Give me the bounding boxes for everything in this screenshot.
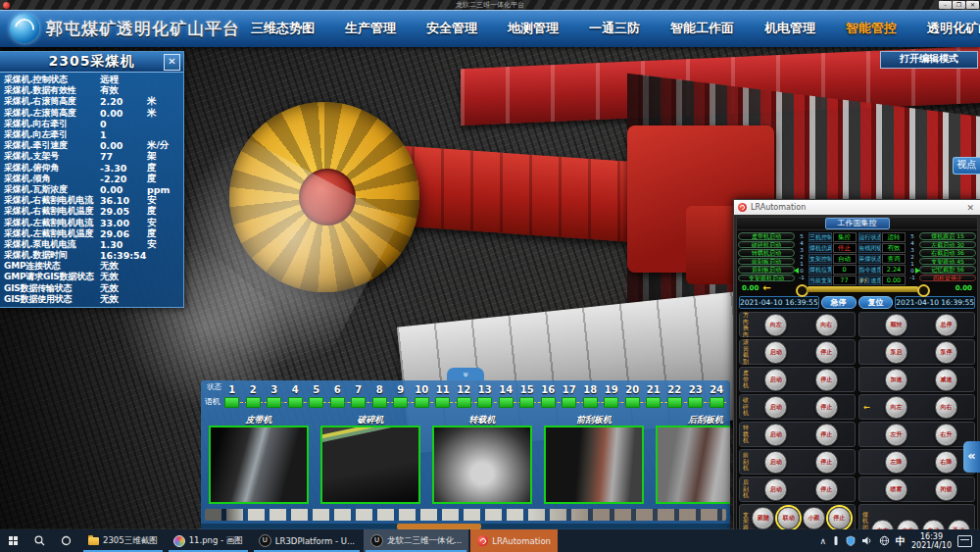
tab-workface-control[interactable]: 工作面集控 — [825, 218, 890, 229]
control-button[interactable]: 减速 — [935, 369, 957, 391]
lr-start-button[interactable]: 前刮板启动 — [738, 258, 795, 266]
shield-icon[interactable] — [846, 535, 856, 546]
nav-menu-item[interactable]: 生产管理 — [341, 17, 400, 40]
lr-action-button[interactable]: 四机皆停止 — [919, 275, 976, 282]
lr-action-button[interactable]: 记忆截割 56 — [919, 266, 976, 274]
control-button[interactable]: 左降 — [885, 451, 907, 474]
support-status-cell[interactable]: 4 — [285, 383, 307, 411]
control-button[interactable]: 泵启 — [885, 341, 907, 364]
lr-start-button[interactable]: 皮带机启动 — [738, 232, 795, 240]
lr-start-button[interactable]: 后刮板启动 — [738, 266, 795, 274]
close-button[interactable]: ✕ — [966, 1, 979, 9]
camera-thumbnail[interactable] — [432, 426, 532, 504]
speaker-icon[interactable] — [861, 535, 873, 546]
control-button[interactable]: 启动 — [764, 478, 787, 501]
control-button[interactable]: 喷雾 — [885, 478, 907, 501]
control-button[interactable]: 停止 — [815, 396, 838, 419]
control-button[interactable]: 跟随 — [752, 507, 774, 529]
collapse-right-panel-button[interactable]: « — [963, 441, 980, 473]
control-button[interactable]: 向左 — [885, 396, 907, 419]
control-button[interactable]: 停止 — [815, 478, 838, 501]
lr-action-button[interactable]: 支架跟动 45 — [919, 258, 976, 266]
open-edit-mode-button[interactable]: 打开编辑模式 — [880, 51, 978, 69]
support-status-cell[interactable]: 25 — [727, 383, 730, 411]
taskbar-item-screenshot-folder[interactable]: 2305三维截图 — [81, 529, 165, 552]
support-status-cell[interactable]: 24 — [707, 383, 728, 411]
support-status-cell[interactable]: 9 — [390, 383, 412, 411]
clock[interactable]: 16:39 2021/4/10 — [911, 532, 952, 550]
support-status-cell[interactable]: 19 — [601, 383, 622, 411]
control-button[interactable]: 泵停 — [935, 341, 957, 364]
reset-button[interactable]: 复位 — [858, 296, 894, 309]
support-status-cell[interactable]: 20 — [622, 383, 644, 411]
support-status-cell[interactable]: 6 — [327, 383, 349, 411]
support-status-cell[interactable]: 18 — [580, 383, 602, 411]
nav-menu-item[interactable]: 智能工作面 — [666, 17, 738, 40]
hidden-icons-button[interactable]: ∧ — [819, 536, 826, 546]
control-button[interactable]: 启动 — [764, 451, 787, 474]
nav-menu-item[interactable]: 安全管理 — [422, 17, 481, 40]
control-button[interactable]: 右降 — [935, 451, 957, 474]
nav-menu-item[interactable]: 智能管控 — [842, 17, 901, 40]
support-status-cell[interactable]: 16 — [538, 383, 560, 411]
control-button[interactable]: 停止 — [815, 369, 838, 391]
support-status-cell[interactable]: 1 — [221, 383, 243, 411]
control-button[interactable]: 启动 — [764, 396, 787, 419]
control-button[interactable]: 左升 — [885, 424, 907, 446]
lr-start-button[interactable]: 支架跟机启动 — [738, 275, 795, 282]
support-status-cell[interactable]: 21 — [643, 383, 664, 411]
support-status-cell[interactable]: 17 — [559, 383, 580, 411]
control-button[interactable]: 小跟 — [803, 507, 825, 529]
support-status-cell[interactable]: 7 — [348, 383, 369, 411]
control-button[interactable]: 停止 — [815, 341, 838, 364]
window-titlebar[interactable]: 龙软二三维一体化平台 – ❐ ✕ — [0, 0, 980, 10]
control-button[interactable]: 顺转 — [885, 314, 907, 336]
nav-menu-item[interactable]: 三维态势图 — [247, 17, 318, 40]
search-button[interactable] — [26, 529, 53, 552]
maximize-button[interactable]: ❐ — [953, 1, 965, 9]
control-button[interactable]: 总停 — [935, 314, 957, 336]
nav-menu-item[interactable]: 地测管理 — [504, 17, 563, 40]
support-status-cell[interactable]: 10 — [412, 383, 433, 411]
camera-thumbnail[interactable] — [320, 426, 420, 504]
filmstrip[interactable] — [205, 509, 726, 521]
control-button[interactable]: 启动 — [764, 341, 787, 364]
support-status-cell[interactable]: 23 — [685, 383, 707, 411]
control-button[interactable]: 向右 — [935, 396, 957, 419]
lrautomation-titlebar[interactable]: LRAutomation ✕ — [734, 200, 980, 215]
support-status-cell[interactable]: 8 — [369, 383, 391, 411]
lr-start-button[interactable]: 转载机启动 — [738, 249, 795, 257]
control-button[interactable]: 启动 — [764, 369, 787, 391]
lr-action-button[interactable]: 左截启动 30 — [919, 241, 976, 249]
control-button[interactable]: 右升 — [935, 424, 957, 446]
control-button[interactable]: 停止 — [815, 451, 838, 474]
ime-indicator[interactable]: 中 — [896, 534, 906, 548]
taskbar-item-paint[interactable]: 11.png - 画图 — [167, 529, 250, 552]
support-status-cell[interactable]: 11 — [432, 383, 454, 411]
control-button[interactable]: 闭锁 — [935, 478, 957, 501]
control-button[interactable]: 向左 — [764, 314, 787, 336]
support-status-cell[interactable]: 12 — [454, 383, 475, 411]
minimize-button[interactable]: – — [939, 1, 952, 9]
support-status-cell[interactable]: 3 — [264, 383, 285, 411]
taskbar-item-longruan-platform[interactable]: U 龙软二三维一体化... — [364, 529, 468, 552]
estop-button[interactable]: 急停 — [821, 296, 857, 309]
control-button[interactable]: 联动 — [777, 507, 800, 529]
nav-menu-item[interactable]: 透明化矿山 — [923, 17, 980, 40]
start-button[interactable] — [0, 529, 26, 552]
control-button[interactable]: 向右 — [815, 314, 838, 336]
nav-menu-item[interactable]: 一通三防 — [585, 17, 644, 40]
support-status-cell[interactable]: 14 — [496, 383, 517, 411]
close-icon[interactable]: ✕ — [164, 54, 180, 71]
support-status-cell[interactable]: 22 — [664, 383, 686, 411]
notification-center-icon[interactable] — [957, 535, 972, 547]
camera-thumbnail[interactable] — [656, 426, 730, 504]
support-status-cell[interactable]: 13 — [474, 383, 496, 411]
cortana-button[interactable] — [53, 529, 79, 552]
panel-collapse-button[interactable]: » — [447, 368, 484, 380]
lr-action-button[interactable]: 煤机跟启 15 — [919, 232, 976, 240]
camera-thumbnail[interactable] — [209, 426, 309, 504]
taskbar-item-lrautomation[interactable]: LRAutomation — [470, 529, 558, 552]
network-globe-icon[interactable] — [879, 535, 890, 546]
lr-action-button[interactable]: 右截启动 36 — [919, 249, 976, 257]
